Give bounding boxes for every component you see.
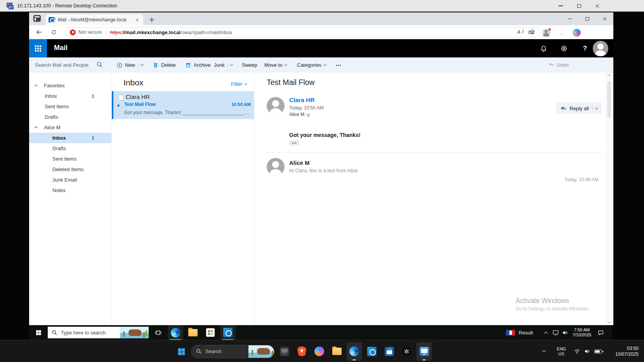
scroll-up-icon[interactable] [608, 74, 611, 78]
browser-tab-mail[interactable]: Mail - AliceM@mkexchange.local [45, 14, 143, 25]
sidebar-item-fav-drafts[interactable]: Drafts [29, 112, 111, 122]
browser-close-button[interactable] [596, 12, 613, 25]
reading-pane-scrollbar[interactable] [606, 73, 612, 325]
message-recipient-row[interactable]: Alice M [289, 112, 310, 117]
move-to-button[interactable]: Move to [264, 57, 287, 73]
tab-close-button[interactable] [134, 17, 140, 23]
account-group[interactable]: Alice M [29, 122, 111, 133]
app-launcher-button[interactable] [29, 39, 47, 57]
taskbar-file-explorer-icon[interactable] [329, 342, 344, 361]
more-commands-button[interactable]: ••• [336, 57, 342, 73]
search-icon[interactable] [96, 61, 103, 69]
sender-avatar[interactable] [267, 97, 285, 115]
sidebar-item-fav-inbox[interactable]: Inbox 1 [29, 91, 111, 101]
browser-settings-menu-button[interactable]: … [557, 28, 566, 37]
copilot-button[interactable] [572, 28, 581, 37]
search-highlight-image[interactable] [120, 327, 149, 338]
sidebar-item-sent-items[interactable]: Sent Items [29, 154, 111, 164]
browser-minimize-button[interactable] [561, 12, 578, 25]
taskbar-monitor-app-icon[interactable] [277, 342, 292, 361]
account-avatar[interactable] [593, 41, 608, 56]
taskbar-edge-icon[interactable] [347, 342, 362, 361]
address-bar[interactable]: Not secure https://mail.mkexchange.local… [65, 27, 541, 37]
taskbar-store-icon[interactable] [382, 342, 397, 361]
show-hidden-icons-button[interactable] [545, 325, 547, 340]
action-center-button[interactable] [597, 325, 604, 340]
message-checkbox[interactable] [118, 95, 124, 100]
battery-tray-icon[interactable] [594, 340, 602, 362]
sidebar-item-inbox[interactable]: Inbox 1 [29, 133, 111, 143]
chevron-down-icon[interactable] [230, 63, 233, 66]
message-list-item[interactable]: Clara HR Test Mail Flow 10:50 AM Got you… [112, 91, 254, 119]
volume-tray-icon[interactable] [562, 325, 568, 340]
taskbar-edge-icon[interactable] [168, 325, 183, 340]
rdp-maximize-button[interactable] [570, 0, 588, 12]
remote-start-button[interactable] [29, 325, 48, 340]
delete-button[interactable]: Delete [153, 57, 176, 73]
remote-search-box[interactable]: Type here to search [48, 327, 149, 338]
taskbar-brave-icon[interactable] [294, 342, 309, 361]
volume-tray-icon[interactable] [584, 340, 590, 362]
remote-clock[interactable]: 7:50 AM 7/10/2025 [571, 325, 593, 340]
collapsed-message-preview[interactable]: Hi Clara, this is a test from Alice [289, 168, 358, 173]
new-tab-button[interactable] [148, 16, 156, 24]
message-sender-name[interactable]: Alice M [289, 159, 310, 166]
taskbar-chatgpt-icon[interactable] [399, 342, 414, 361]
wifi-tray-icon[interactable] [574, 340, 580, 362]
scroll-down-icon[interactable] [608, 320, 611, 323]
collapse-icon[interactable] [35, 126, 38, 130]
expand-triangle-icon[interactable] [118, 104, 120, 107]
scrollbar-thumb[interactable] [607, 81, 611, 118]
mail-search-box[interactable]: Search Mail and People [29, 57, 112, 73]
tab-workspaces-icon[interactable] [33, 15, 41, 22]
news-widget-button[interactable]: Result [506, 325, 533, 340]
expand-details-icon[interactable] [307, 113, 310, 116]
local-start-button[interactable] [174, 342, 189, 361]
search-highlight-image[interactable] [248, 345, 274, 358]
junk-button[interactable]: Junk [214, 57, 233, 73]
sidebar-item-notes[interactable]: Notes [29, 185, 111, 196]
local-search-box[interactable]: Search [191, 345, 274, 358]
taskbar-outlook-icon[interactable] [220, 325, 236, 340]
message-sender-name[interactable]: Clara HR [289, 97, 314, 104]
not-secure-label[interactable]: Not secure [78, 29, 102, 35]
browser-profile-button[interactable] [542, 28, 551, 37]
sidebar-item-junk-email[interactable]: Junk Email [29, 175, 111, 185]
show-hidden-icons-button[interactable] [543, 340, 545, 362]
refresh-button[interactable] [49, 28, 59, 37]
filter-button[interactable]: Filter [231, 81, 247, 87]
sender-avatar[interactable] [267, 158, 285, 176]
archive-button[interactable]: Archive [185, 57, 210, 73]
trimmed-content-button[interactable]: ••• [289, 140, 299, 145]
notifications-button[interactable] [539, 44, 548, 53]
reply-all-button[interactable]: Reply all [556, 102, 602, 114]
rdp-minimize-button[interactable] [552, 0, 570, 12]
browser-restore-button[interactable] [578, 12, 596, 25]
favorites-bar-icon[interactable] [526, 28, 535, 37]
back-button[interactable] [35, 28, 44, 37]
new-mail-button[interactable]: New [116, 57, 143, 73]
categories-button[interactable]: Categories [297, 57, 326, 73]
chevron-down-icon[interactable] [141, 63, 144, 66]
favorites-group[interactable]: Favorites [29, 80, 111, 91]
sidebar-item-drafts[interactable]: Drafts [29, 143, 111, 154]
rdp-close-button[interactable] [588, 0, 606, 12]
read-aloud-icon[interactable]: A [517, 29, 524, 35]
local-clock[interactable]: 03:50 10/07/2025 [606, 340, 639, 362]
task-view-button[interactable] [150, 325, 166, 340]
collapse-icon[interactable] [35, 85, 38, 88]
network-tray-icon[interactable] [552, 325, 559, 340]
settings-button[interactable] [559, 44, 569, 53]
taskbar-remote-desktop-icon[interactable] [417, 342, 432, 361]
chevron-down-icon[interactable] [595, 106, 598, 109]
sidebar-item-deleted-items[interactable]: Deleted Items [29, 164, 111, 175]
undo-button[interactable]: Undo [549, 57, 569, 73]
taskbar-outlook-icon[interactable] [364, 342, 379, 361]
taskbar-file-explorer-icon[interactable] [185, 325, 201, 340]
sidebar-item-fav-sent[interactable]: Sent Items [29, 101, 111, 112]
url-text[interactable]: https://mail.mkexchange.local/owa/#path=… [110, 29, 232, 35]
sweep-button[interactable]: Sweep [242, 57, 257, 73]
help-button[interactable]: ? [580, 44, 590, 53]
taskbar-copilot-icon[interactable] [312, 342, 327, 361]
language-indicator[interactable]: ENG US [554, 340, 568, 362]
